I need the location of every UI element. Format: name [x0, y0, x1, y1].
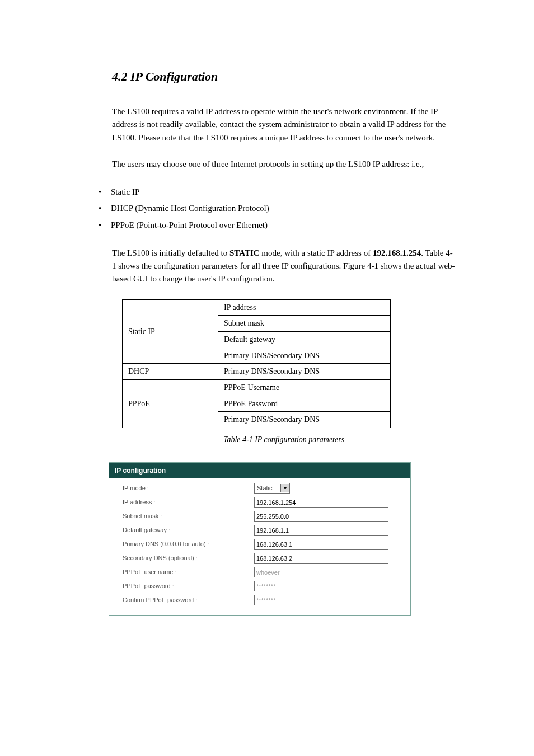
config-row: IP mode :Static — [123, 482, 400, 494]
field-control: Static — [254, 483, 400, 494]
text-input: whoever — [254, 567, 388, 577]
table-cell-mode: PPPoE — [123, 380, 218, 428]
config-row: Secondary DNS (optional) :168.126.63.2 — [123, 552, 400, 564]
text-input[interactable]: 192.168.1.254 — [254, 497, 388, 508]
config-row: PPPoE password :******** — [123, 580, 400, 591]
svg-marker-0 — [283, 487, 287, 489]
text-input[interactable]: 168.126.63.1 — [254, 539, 388, 550]
table-cell-param: IP address — [218, 299, 391, 316]
field-label: Confirm PPPoE password : — [123, 595, 254, 605]
field-control: 168.126.63.1 — [254, 539, 400, 550]
paragraph-3: The LS100 is initially defaulted to STAT… — [112, 247, 456, 286]
config-row: Primary DNS (0.0.0.0 for auto) :168.126.… — [123, 538, 400, 550]
text-bold-ip: 192.168.1.254 — [373, 248, 421, 257]
table-cell-param: Primary DNS/Secondary DNS — [218, 364, 391, 380]
text-input: ******** — [254, 581, 388, 591]
table-cell-param: Default gateway — [218, 331, 391, 348]
field-label: IP address : — [123, 497, 254, 507]
field-control: 255.255.0.0 — [254, 511, 400, 522]
text-bold-static: STATIC — [229, 248, 260, 257]
field-label: Subnet mask : — [123, 511, 254, 521]
field-label: Default gateway : — [123, 525, 254, 535]
text-run: The LS100 is initially defaulted to — [112, 248, 229, 257]
bullet-item: DHCP (Dynamic Host Configuration Protoco… — [99, 200, 456, 217]
table-row: Static IPIP address — [123, 299, 391, 316]
paragraph-1: The LS100 requires a valid IP address to… — [112, 105, 456, 144]
text-input[interactable]: 192.168.1.1 — [254, 525, 388, 536]
field-control: ******** — [254, 595, 400, 605]
text-input[interactable]: 168.126.63.2 — [254, 553, 388, 564]
ip-modes-table: Static IPIP addressSubnet maskDefault ga… — [122, 299, 391, 429]
text-input[interactable]: 255.255.0.0 — [254, 511, 388, 522]
field-label: Secondary DNS (optional) : — [123, 553, 254, 563]
table-row: DHCPPrimary DNS/Secondary DNS — [123, 364, 391, 380]
bullet-item: Static IP — [99, 184, 456, 200]
table-cell-param: Subnet mask — [218, 316, 391, 332]
config-row: PPPoE user name :whoever — [123, 566, 400, 577]
table-cell-param: PPPoE Username — [218, 380, 391, 396]
config-row: Confirm PPPoE password :******** — [123, 594, 400, 605]
select-value: Static — [255, 483, 280, 493]
config-row: Default gateway :192.168.1.1 — [123, 524, 400, 536]
paragraph-2: The users may choose one of three Intern… — [112, 158, 456, 171]
config-row: IP address :192.168.1.254 — [123, 496, 400, 508]
ip-mode-select[interactable]: Static — [254, 483, 290, 494]
table-cell-mode: DHCP — [123, 364, 218, 380]
table-cell-mode: Static IP — [123, 299, 218, 364]
field-label: PPPoE password : — [123, 581, 254, 591]
chevron-down-icon[interactable] — [280, 484, 289, 492]
bullet-item: PPPoE (Point-to-Point Protocol over Ethe… — [99, 217, 456, 233]
table-cell-param: Primary DNS/Secondary DNS — [218, 412, 391, 428]
ip-config-panel: IP configuration IP mode :StaticIP addre… — [109, 462, 411, 616]
ip-protocol-bullets: Static IP DHCP (Dynamic Host Configurati… — [112, 184, 456, 233]
field-control: 192.168.1.254 — [254, 497, 400, 508]
panel-header: IP configuration — [109, 463, 410, 478]
table-caption: Table 4-1 IP configuration parameters — [112, 434, 456, 446]
field-label: IP mode : — [123, 483, 254, 493]
field-control: 168.126.63.2 — [254, 553, 400, 564]
text-run: mode, with a static IP address of — [260, 248, 373, 257]
section-heading: 4.2 IP Configuration — [112, 67, 456, 86]
config-row: Subnet mask :255.255.0.0 — [123, 510, 400, 522]
table-cell-param: Primary DNS/Secondary DNS — [218, 348, 391, 364]
field-label: Primary DNS (0.0.0.0 for auto) : — [123, 539, 254, 549]
text-input: ******** — [254, 595, 388, 605]
table-cell-param: PPPoE Password — [218, 396, 391, 412]
table-row: PPPoEPPPoE Username — [123, 380, 391, 396]
field-label: PPPoE user name : — [123, 567, 254, 577]
field-control: 192.168.1.1 — [254, 525, 400, 536]
field-control: whoever — [254, 567, 400, 577]
field-control: ******** — [254, 581, 400, 591]
